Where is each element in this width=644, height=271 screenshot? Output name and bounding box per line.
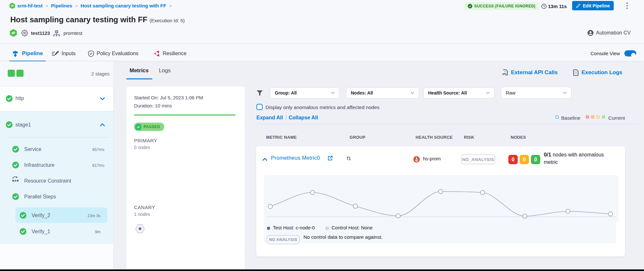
svg-text:API: API	[502, 73, 506, 75]
